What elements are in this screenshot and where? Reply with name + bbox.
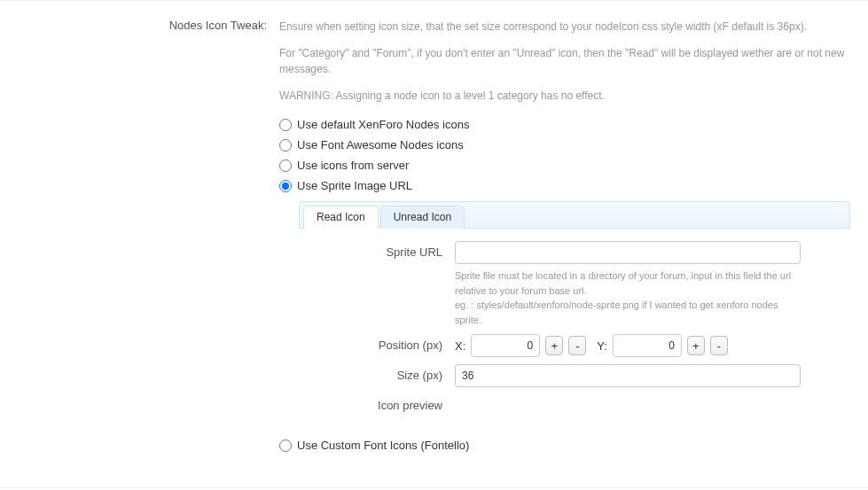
- radio-default-xenforo[interactable]: Use default XenForo Nodes icons: [279, 114, 850, 135]
- position-x-plus-button[interactable]: +: [545, 336, 563, 355]
- hint-unread: For "Category" and "Forum", if you don't…: [279, 45, 850, 77]
- sprite-size-row: Size (px): [299, 364, 850, 387]
- sprite-tab-body: Sprite URL Sprite file must be located i…: [299, 228, 850, 412]
- icon-preview-row: Icon preview: [299, 394, 850, 412]
- radio-custom-font-label: Use Custom Font Icons (Fontello): [297, 439, 469, 452]
- sprite-url-hint: Sprite file must be located in a directo…: [455, 268, 801, 327]
- section-label: Nodes Icon Tweak:: [0, 19, 279, 466]
- icon-preview-label: Icon preview: [299, 394, 455, 412]
- position-x-minus-button[interactable]: -: [568, 336, 586, 355]
- tab-read-icon[interactable]: Read Icon: [303, 206, 379, 229]
- radio-fontawesome[interactable]: Use Font Awesome Nodes icons: [279, 135, 850, 155]
- sprite-tabs: Read Icon Unread Icon: [299, 201, 850, 228]
- position-x-input[interactable]: [471, 334, 540, 357]
- radio-server-label: Use icons from server: [297, 159, 409, 172]
- radio-default-xenforo-label: Use default XenForo Nodes icons: [297, 118, 469, 131]
- nodes-icon-tweak-section: Nodes Icon Tweak: Ensure when setting ic…: [0, 0, 868, 466]
- tab-unread-icon[interactable]: Unread Icon: [380, 206, 465, 229]
- radio-server-input[interactable]: [279, 159, 292, 172]
- position-y-input[interactable]: [613, 334, 682, 357]
- position-y-minus-button[interactable]: -: [710, 336, 728, 355]
- radio-sprite[interactable]: Use Sprite Image URL: [279, 175, 850, 196]
- sprite-size-label: Size (px): [299, 364, 455, 382]
- sprite-url-label: Sprite URL: [299, 241, 455, 259]
- position-y-label: Y:: [597, 339, 607, 353]
- radio-default-xenforo-input[interactable]: [279, 119, 292, 131]
- sprite-position-row: Position (px) X: + - Y: + -: [299, 334, 850, 357]
- hint-size: Ensure when setting icon size, that the …: [279, 19, 850, 35]
- radio-fontawesome-input[interactable]: [279, 139, 292, 152]
- position-x-label: X:: [455, 339, 465, 353]
- radio-sprite-label: Use Sprite Image URL: [297, 179, 412, 192]
- radio-fontawesome-label: Use Font Awesome Nodes icons: [297, 138, 464, 152]
- radio-server[interactable]: Use icons from server: [279, 155, 850, 175]
- sprite-url-row: Sprite URL Sprite file must be located i…: [299, 241, 850, 327]
- radio-custom-font[interactable]: Use Custom Font Icons (Fontello): [279, 435, 850, 455]
- sprite-url-input[interactable]: [455, 241, 801, 264]
- hint-warning: WARNING: Assigning a node icon to a leve…: [279, 88, 850, 104]
- position-y-plus-button[interactable]: +: [687, 336, 705, 355]
- sprite-position-label: Position (px): [299, 334, 455, 352]
- section-body: Ensure when setting icon size, that the …: [279, 19, 868, 466]
- radio-custom-font-input[interactable]: [279, 439, 292, 452]
- radio-sprite-input[interactable]: [279, 180, 292, 192]
- sprite-size-input[interactable]: [455, 364, 801, 387]
